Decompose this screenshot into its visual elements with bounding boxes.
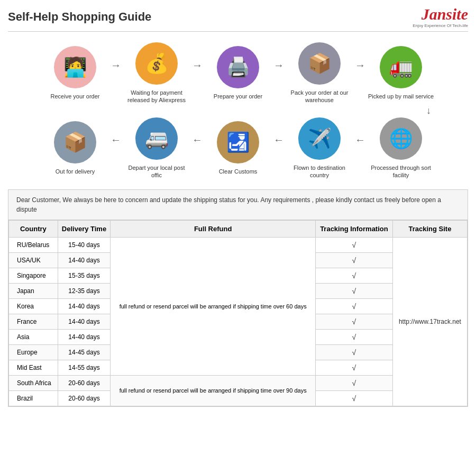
flow-label-8: Clear Customs bbox=[219, 168, 258, 175]
flow-label-3: Prepare your order bbox=[214, 93, 262, 100]
cell-tracking-site: http://www.17track.net bbox=[392, 238, 467, 406]
flow-label-4: Pack your order at our warehouse bbox=[285, 89, 354, 104]
cell-country: Korea bbox=[9, 299, 58, 314]
flow-circle-1: 🧑‍💻 bbox=[54, 46, 96, 88]
cell-delivery: 14-45 days bbox=[58, 345, 111, 360]
cell-country: Brazil bbox=[9, 391, 58, 406]
flow-circle-3: 🖨️ bbox=[217, 46, 259, 88]
flow-item-3: 🖨️ Prepare your order bbox=[204, 46, 272, 100]
cell-tracking: √ bbox=[316, 284, 393, 299]
cell-tracking: √ bbox=[316, 345, 393, 360]
cell-tracking: √ bbox=[316, 376, 393, 391]
arrow-7: ← bbox=[273, 134, 284, 162]
cell-delivery: 14-40 days bbox=[58, 330, 111, 345]
cell-refund-group1: full refund or resend parcel will be arr… bbox=[111, 238, 316, 376]
arrow-3: → bbox=[273, 59, 284, 87]
cell-tracking: √ bbox=[316, 253, 393, 268]
flow-item-10: 🌐 Processed through sort facility bbox=[367, 117, 435, 179]
cell-delivery: 12-35 days bbox=[58, 284, 111, 299]
cell-refund-group2: full refund or resend parcel will be arr… bbox=[111, 376, 316, 406]
flow-label-7: Depart your local post offic bbox=[122, 164, 191, 179]
cell-delivery: 20-60 days bbox=[58, 391, 111, 406]
arrow-6: ← bbox=[192, 134, 203, 162]
notice-row: Dear Customer, We always be here to conc… bbox=[8, 190, 468, 220]
flow-label-6: Out for delivery bbox=[56, 168, 95, 175]
flow-item-6: 📦 Out for delivery bbox=[41, 121, 109, 175]
flow-label-2: Waiting for payment released by Aliexpre… bbox=[122, 89, 191, 104]
arrow-8: ← bbox=[355, 134, 365, 162]
down-arrow: ↓ bbox=[426, 105, 431, 116]
flow-item-1: 🧑‍💻 Receive your order bbox=[41, 46, 109, 100]
flow-item-5: 🚛 Picked up by mail service bbox=[367, 46, 435, 100]
flow-circle-10: 🌐 bbox=[380, 117, 422, 160]
flow-item-9: ✈️ Flown to destination country bbox=[285, 117, 354, 179]
page-wrapper: Self-Help Shopping Guide Jansite Enjoy E… bbox=[0, 0, 476, 412]
flow-circle-4: 📦 bbox=[298, 42, 341, 85]
logo-sub: Enjoy Experience Of Tech-life bbox=[413, 23, 468, 28]
cell-country: USA/UK bbox=[9, 253, 58, 268]
cell-country: Japan bbox=[9, 284, 58, 299]
flow-label-5: Picked up by mail service bbox=[368, 93, 434, 100]
table-section: Dear Customer, We always be here to conc… bbox=[8, 189, 468, 407]
arrow-5: ← bbox=[111, 134, 121, 162]
col-site: Tracking Site bbox=[392, 221, 467, 238]
flow-circle-9: ✈️ bbox=[298, 117, 341, 160]
cell-country: France bbox=[9, 314, 58, 330]
table-header-row: Country Delivery Time Full Refund Tracki… bbox=[9, 221, 468, 238]
col-refund: Full Refund bbox=[111, 221, 316, 238]
arrow-2: → bbox=[192, 59, 203, 87]
cell-tracking: √ bbox=[316, 360, 393, 376]
flow-circle-2: 💰 bbox=[135, 42, 178, 85]
flow-circle-6: 📦 bbox=[54, 121, 96, 163]
cell-tracking: √ bbox=[316, 268, 393, 284]
page-title: Self-Help Shopping Guide bbox=[8, 10, 151, 24]
flow-item-7: 🚐 Depart your local post offic bbox=[122, 117, 191, 179]
cell-country: South Africa bbox=[9, 376, 58, 391]
cell-delivery: 14-40 days bbox=[58, 299, 111, 314]
cell-delivery: 15-35 days bbox=[58, 268, 111, 284]
col-country: Country bbox=[9, 221, 58, 238]
cell-delivery: 14-40 days bbox=[58, 314, 111, 330]
flow-label-9: Flown to destination country bbox=[285, 164, 354, 179]
cell-country: Asia bbox=[9, 330, 58, 345]
cell-country: Singapore bbox=[9, 268, 58, 284]
cell-country: Mid East bbox=[9, 360, 58, 376]
flow-circle-5: 🚛 bbox=[380, 46, 422, 88]
flow-label-10: Processed through sort facility bbox=[367, 164, 435, 179]
shipping-table: Country Delivery Time Full Refund Tracki… bbox=[8, 220, 468, 406]
cell-delivery: 20-60 days bbox=[58, 376, 111, 391]
arrow-1: → bbox=[111, 59, 121, 87]
cell-tracking: √ bbox=[316, 314, 393, 330]
header: Self-Help Shopping Guide Jansite Enjoy E… bbox=[8, 5, 468, 32]
flow-label-1: Receive your order bbox=[51, 93, 100, 100]
flow-circle-8: 🛃 bbox=[217, 121, 259, 163]
flow-row-2: 📦 Out for delivery ← 🚐 Depart your local… bbox=[11, 117, 465, 179]
cell-delivery: 14-55 days bbox=[58, 360, 111, 376]
flow-item-4: 📦 Pack your order at our warehouse bbox=[285, 42, 354, 104]
cell-delivery: 14-40 days bbox=[58, 253, 111, 268]
table-row: RU/Belarus15-40 daysfull refund or resen… bbox=[9, 238, 468, 253]
cell-tracking: √ bbox=[316, 330, 393, 345]
cell-country: RU/Belarus bbox=[9, 238, 58, 253]
flow-row-1: 🧑‍💻 Receive your order → 💰 Waiting for p… bbox=[11, 42, 465, 104]
flow-circle-7: 🚐 bbox=[135, 117, 178, 160]
cell-tracking: √ bbox=[316, 299, 393, 314]
cell-country: Europe bbox=[9, 345, 58, 360]
logo-text: Jansite bbox=[422, 5, 468, 23]
arrow-4: → bbox=[355, 59, 365, 87]
cell-tracking: √ bbox=[316, 391, 393, 406]
cell-tracking: √ bbox=[316, 238, 393, 253]
col-delivery: Delivery Time bbox=[58, 221, 111, 238]
col-tracking: Tracking Information bbox=[316, 221, 393, 238]
cell-delivery: 15-40 days bbox=[58, 238, 111, 253]
flow-item-2: 💰 Waiting for payment released by Aliexp… bbox=[122, 42, 191, 104]
flow-section: 🧑‍💻 Receive your order → 💰 Waiting for p… bbox=[8, 37, 468, 184]
flow-item-8: 🛃 Clear Customs bbox=[204, 121, 272, 175]
logo: Jansite Enjoy Experience Of Tech-life bbox=[413, 5, 468, 28]
